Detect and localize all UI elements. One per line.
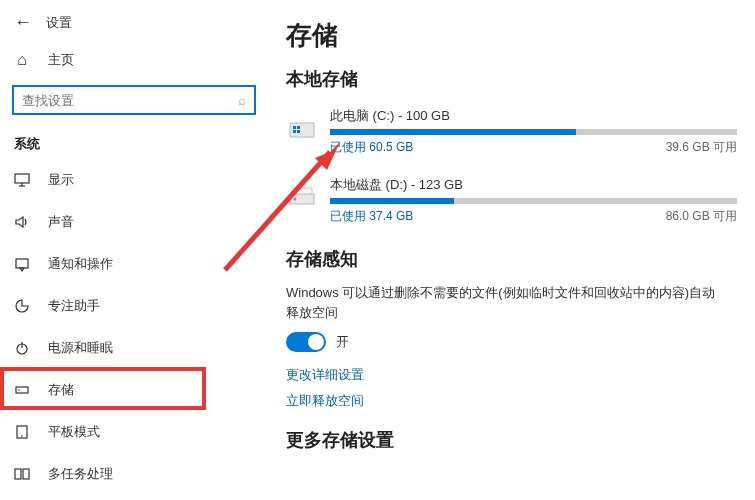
search-icon: ⌕ [238, 92, 254, 108]
sidebar-item-label: 多任务处理 [48, 465, 113, 483]
svg-point-9 [18, 389, 20, 391]
drive-usage-bar [330, 198, 737, 204]
sidebar-item-label: 平板模式 [48, 423, 100, 441]
sidebar-item-tablet[interactable]: 平板模式 [0, 411, 268, 453]
svg-point-11 [21, 435, 23, 437]
drive-footer: 已使用 60.5 GB39.6 GB 可用 [330, 139, 737, 156]
home-icon: ⌂ [14, 51, 30, 69]
drive-row[interactable]: 此电脑 (C:) - 100 GB已使用 60.5 GB39.6 GB 可用 [286, 103, 739, 164]
sidebar-item-multitask[interactable]: 多任务处理 [0, 453, 268, 495]
svg-point-22 [294, 198, 297, 201]
focus-icon [14, 298, 30, 314]
svg-rect-4 [16, 259, 28, 268]
sidebar-item-label: 显示 [48, 171, 74, 189]
drive-icon [286, 109, 318, 141]
svg-rect-0 [15, 174, 29, 183]
sidebar-item-label: 通知和操作 [48, 255, 113, 273]
local-storage-title: 本地存储 [286, 67, 739, 91]
link-change-settings[interactable]: 更改详细设置 [286, 366, 739, 384]
drive-body: 此电脑 (C:) - 100 GB已使用 60.5 GB39.6 GB 可用 [330, 107, 737, 156]
drive-free-label: 39.6 GB 可用 [666, 139, 737, 156]
sidebar-item-label: 专注助手 [48, 297, 100, 315]
sidebar-item-label: 电源和睡眠 [48, 339, 113, 357]
svg-rect-23 [292, 188, 312, 194]
sidebar-item-label: 声音 [48, 213, 74, 231]
nav-list: 显示声音通知和操作专注助手电源和睡眠存储平板模式多任务处理 [0, 159, 268, 495]
search-input[interactable] [14, 93, 238, 108]
svg-rect-18 [297, 126, 300, 129]
sidebar-item-notify[interactable]: 通知和操作 [0, 243, 268, 285]
sidebar-item-sound[interactable]: 声音 [0, 201, 268, 243]
drive-name: 此电脑 (C:) - 100 GB [330, 107, 737, 125]
sidebar-item-storage[interactable]: 存储 [0, 369, 268, 411]
drive-name: 本地磁盘 (D:) - 123 GB [330, 176, 737, 194]
page-title: 存储 [286, 18, 739, 53]
svg-rect-8 [16, 387, 28, 393]
back-arrow-icon[interactable]: ← [14, 12, 32, 33]
toggle-label: 开 [336, 333, 349, 351]
sidebar-item-label: 存储 [48, 381, 74, 399]
tablet-icon [14, 424, 30, 440]
drive-footer: 已使用 37.4 GB86.0 GB 可用 [330, 208, 737, 225]
storage-sense-toggle[interactable] [286, 332, 326, 352]
settings-title: 设置 [46, 14, 72, 32]
search-box[interactable]: ⌕ [12, 85, 256, 115]
sidebar: ← 设置 ⌂ 主页 ⌕ 系统 显示声音通知和操作专注助手电源和睡眠存储平板模式多… [0, 0, 268, 500]
drive-usage-bar [330, 129, 737, 135]
storage-sense-desc: Windows 可以通过删除不需要的文件(例如临时文件和回收站中的内容)自动释放… [286, 283, 716, 322]
display-icon [14, 172, 30, 188]
multitask-icon [14, 466, 30, 482]
svg-marker-3 [16, 217, 23, 227]
link-free-space[interactable]: 立即释放空间 [286, 392, 739, 410]
svg-rect-12 [15, 469, 21, 479]
sidebar-item-focus[interactable]: 专注助手 [0, 285, 268, 327]
sidebar-item-display[interactable]: 显示 [0, 159, 268, 201]
svg-rect-19 [293, 130, 296, 133]
drive-row[interactable]: 本地磁盘 (D:) - 123 GB已使用 37.4 GB86.0 GB 可用 [286, 172, 739, 233]
svg-rect-17 [293, 126, 296, 129]
drive-icon [286, 178, 318, 210]
storage-icon [14, 382, 30, 398]
drive-used-label: 已使用 37.4 GB [330, 208, 413, 225]
svg-rect-13 [23, 469, 29, 479]
main-panel: 存储 本地存储 此电脑 (C:) - 100 GB已使用 60.5 GB39.6… [268, 0, 755, 500]
storage-sense-title: 存储感知 [286, 247, 739, 271]
more-storage-title: 更多存储设置 [286, 428, 739, 452]
home-label: 主页 [48, 51, 74, 69]
header-row: ← 设置 [0, 8, 268, 41]
drive-used-label: 已使用 60.5 GB [330, 139, 413, 156]
drive-body: 本地磁盘 (D:) - 123 GB已使用 37.4 GB86.0 GB 可用 [330, 176, 737, 225]
section-label: 系统 [0, 127, 268, 159]
notify-icon [14, 256, 30, 272]
sidebar-item-power[interactable]: 电源和睡眠 [0, 327, 268, 369]
toggle-row: 开 [286, 332, 739, 352]
sound-icon [14, 214, 30, 230]
drive-free-label: 86.0 GB 可用 [666, 208, 737, 225]
drives-list: 此电脑 (C:) - 100 GB已使用 60.5 GB39.6 GB 可用本地… [286, 103, 739, 233]
power-icon [14, 340, 30, 356]
svg-marker-5 [20, 268, 24, 271]
svg-rect-20 [297, 130, 300, 133]
home-nav[interactable]: ⌂ 主页 [0, 41, 268, 79]
